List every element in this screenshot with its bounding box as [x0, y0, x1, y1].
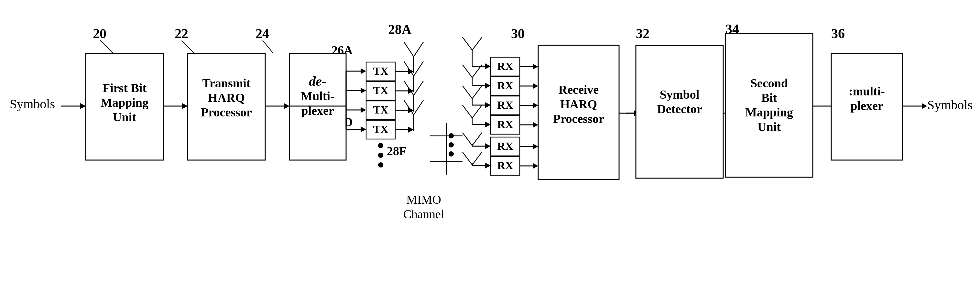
- ref-22: 22: [175, 26, 188, 41]
- tx1-label: TX: [373, 65, 388, 77]
- ref-24: 24: [256, 26, 269, 41]
- ref-36: 36: [831, 26, 845, 41]
- ref-28F: 28F: [387, 144, 407, 158]
- block-30-line3: Processor: [553, 112, 604, 125]
- diagram-container: 20 22 24 26A 26D 28A 28F 30 32 34 36: [0, 0, 980, 303]
- ref-20: 20: [93, 26, 107, 41]
- block-20-line1: First Bit: [103, 81, 146, 95]
- ref-30: 30: [511, 26, 525, 41]
- block-20-line2: Mapping: [100, 96, 148, 109]
- block-36-line1: :multi-: [849, 84, 885, 98]
- block-32-line2: Detector: [657, 102, 702, 116]
- block-32-line1: Symbol: [660, 88, 699, 101]
- block-34-line4: Unit: [757, 120, 781, 133]
- mimo-channel-line2: Channel: [403, 207, 444, 221]
- rx6-label: RX: [497, 159, 513, 171]
- block-22-line2: HARQ: [208, 91, 245, 105]
- block-22-line3: Processor: [201, 105, 252, 119]
- main-diagram: 20 22 24 26A 26D 28A 28F 30 32 34 36: [0, 0, 980, 303]
- rx3-label: RX: [497, 99, 513, 111]
- rx1-label: RX: [497, 60, 513, 72]
- block-20-line3: Unit: [113, 110, 136, 124]
- tx3-label: TX: [373, 104, 388, 116]
- block-34-line1: Second: [750, 76, 788, 90]
- block-34-line2: Bit: [761, 91, 777, 105]
- block-34-line3: Mapping: [745, 105, 793, 119]
- input-symbols-label: Symbols: [10, 97, 55, 111]
- block-36-line2: plexer: [850, 99, 883, 113]
- rx4-label: RX: [497, 118, 513, 130]
- ref-28A: 28A: [388, 22, 412, 37]
- rx2-label: RX: [497, 79, 513, 92]
- rx-dot-3: [449, 151, 454, 157]
- block-30-line1: Receive: [558, 83, 599, 96]
- rx-dot-2: [449, 142, 454, 148]
- block-24-line2: Multi-: [301, 89, 334, 103]
- rx-dot-1: [449, 133, 454, 138]
- tx2-label: TX: [373, 84, 388, 96]
- dot-3: [378, 162, 383, 168]
- block-30-line2: HARQ: [560, 97, 597, 111]
- tx4-label: TX: [373, 123, 388, 135]
- dot-2: [378, 152, 383, 158]
- dot-1: [378, 143, 383, 148]
- ref-32: 32: [636, 26, 649, 41]
- output-symbols-label: Symbols: [927, 98, 972, 112]
- rx5-label: RX: [497, 140, 513, 152]
- block-22-line1: Transmit: [202, 76, 251, 90]
- mimo-channel-line1: MIMO: [406, 193, 441, 206]
- block-24-line1: de-: [309, 74, 326, 89]
